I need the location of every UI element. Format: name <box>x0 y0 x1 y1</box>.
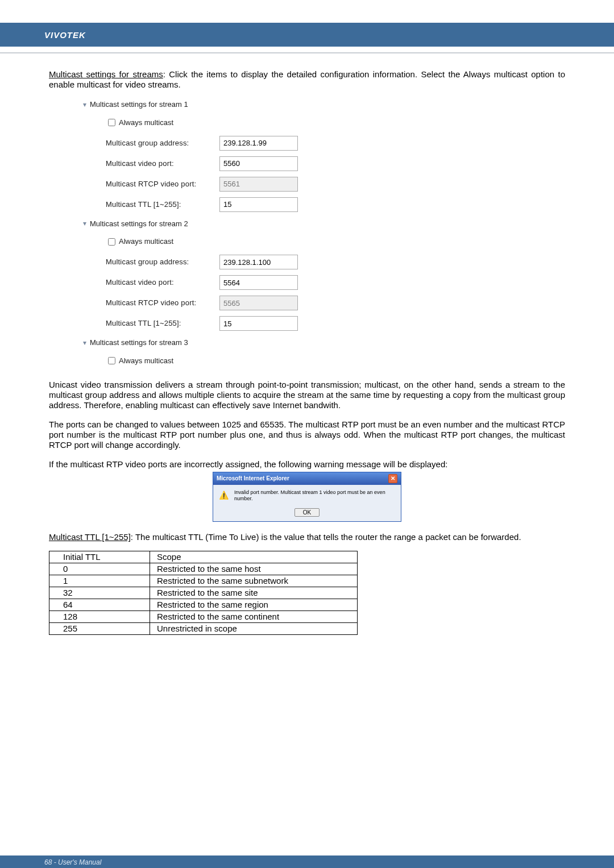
ttl-description: Multicast TTL [1~255]: The multicast TTL… <box>49 532 565 542</box>
stream1-groupaddr-input[interactable] <box>219 136 298 151</box>
dialog-message: Invalid port number. Multicast stream 1 … <box>234 489 395 502</box>
page-content: Multicast settings for streams: Click th… <box>49 69 565 635</box>
stream2-header[interactable]: ▾ Multicast settings for stream 2 <box>83 219 565 229</box>
stream2-always-row: Always multicast <box>106 231 565 252</box>
dialog-footer: OK <box>213 506 401 521</box>
warning-dialog: Microsoft Internet Explorer ✕ ⚠️ Invalid… <box>213 472 401 522</box>
multicast-panel: ▾ Multicast settings for stream 1 Always… <box>83 100 565 371</box>
stream3-header[interactable]: ▾ Multicast settings for stream 3 <box>83 338 565 347</box>
chevron-down-icon: ▾ <box>83 101 86 109</box>
page-footer: 68 - User's Manual <box>0 855 614 868</box>
brand-logo: VIVOTEK <box>44 30 86 40</box>
stream1-ttl-label: Multicast TTL [1~255]: <box>106 200 219 209</box>
dialog-title: Microsoft Internet Explorer <box>217 475 289 482</box>
chevron-down-icon: ▾ <box>83 219 86 227</box>
stream2-ttl-input[interactable] <box>219 316 298 331</box>
stream1-videoport-label: Multicast video port: <box>106 159 219 168</box>
intro-lead: Multicast settings for streams <box>49 69 163 79</box>
stream1-ttl-input[interactable] <box>219 197 298 212</box>
ok-button[interactable]: OK <box>294 508 320 517</box>
close-icon[interactable]: ✕ <box>388 474 397 483</box>
stream3-title: Multicast settings for stream 3 <box>90 338 188 347</box>
stream2-rtcp-input <box>219 296 298 310</box>
intro-paragraph: Multicast settings for streams: Click th… <box>49 69 565 90</box>
stream2-videoport-label: Multicast video port: <box>106 278 219 287</box>
stream3-always-label: Always multicast <box>119 356 173 366</box>
stream2-ttl-label: Multicast TTL [1~255]: <box>106 319 219 328</box>
stream2-always-checkbox[interactable] <box>108 238 115 246</box>
page: VIVOTEK Multicast settings for streams: … <box>0 23 614 868</box>
stream2-rtcp-label: Multicast RTCP video port: <box>106 298 219 308</box>
page-header: VIVOTEK <box>0 23 614 47</box>
warning-intro-paragraph: If the multicast RTP video ports are inc… <box>49 459 565 470</box>
stream2-groupaddr-input[interactable] <box>219 255 298 269</box>
table-row: 1Restricted to the same subnetwork <box>49 575 358 587</box>
stream1-always-checkbox[interactable] <box>108 119 115 126</box>
stream1-title: Multicast settings for stream 1 <box>90 100 188 109</box>
table-row: 64Restricted to the same region <box>49 599 358 611</box>
ports-paragraph: The ports can be changed to values betwe… <box>49 420 565 450</box>
stream1-always-label: Always multicast <box>119 118 173 127</box>
stream1-rtcp-label: Multicast RTCP video port: <box>106 180 219 189</box>
stream1-videoport-input[interactable] <box>219 156 298 171</box>
stream2-videoport-input[interactable] <box>219 275 298 290</box>
stream1-groupaddr-label: Multicast group address: <box>106 139 219 148</box>
stream2-title: Multicast settings for stream 2 <box>90 219 188 229</box>
header-divider <box>0 52 614 53</box>
stream3-always-row: Always multicast <box>106 351 565 371</box>
dialog-titlebar: Microsoft Internet Explorer ✕ <box>213 472 401 485</box>
table-row: 32Restricted to the same site <box>49 587 358 599</box>
table-row: 255Unrestricted in scope <box>49 623 358 635</box>
table-header-row: Initial TTL Scope <box>49 551 358 563</box>
ttl-th-1: Scope <box>150 551 358 563</box>
footer-text: 68 - User's Manual <box>44 858 101 866</box>
ttl-th-0: Initial TTL <box>49 551 150 563</box>
stream2-groupaddr-label: Multicast group address: <box>106 258 219 267</box>
dialog-body: ⚠️ Invalid port number. Multicast stream… <box>213 485 401 506</box>
ttl-rest: : The multicast TTL (Time To Live) is th… <box>131 532 521 542</box>
warning-icon: ⚠️ <box>219 491 229 501</box>
stream1-always-row: Always multicast <box>106 113 565 133</box>
stream1-rtcp-input <box>219 177 298 192</box>
table-row: 128Restricted to the same continent <box>49 611 358 623</box>
stream2-always-label: Always multicast <box>119 237 173 246</box>
stream1-header[interactable]: ▾ Multicast settings for stream 1 <box>83 100 565 109</box>
table-row: 0Restricted to the same host <box>49 563 358 575</box>
ttl-lead: Multicast TTL [1~255] <box>49 532 131 542</box>
stream3-always-checkbox[interactable] <box>108 357 115 364</box>
chevron-down-icon: ▾ <box>83 339 86 347</box>
unicast-paragraph: Unicast video transmission delivers a st… <box>49 380 565 410</box>
ttl-table: Initial TTL Scope 0Restricted to the sam… <box>49 551 358 635</box>
